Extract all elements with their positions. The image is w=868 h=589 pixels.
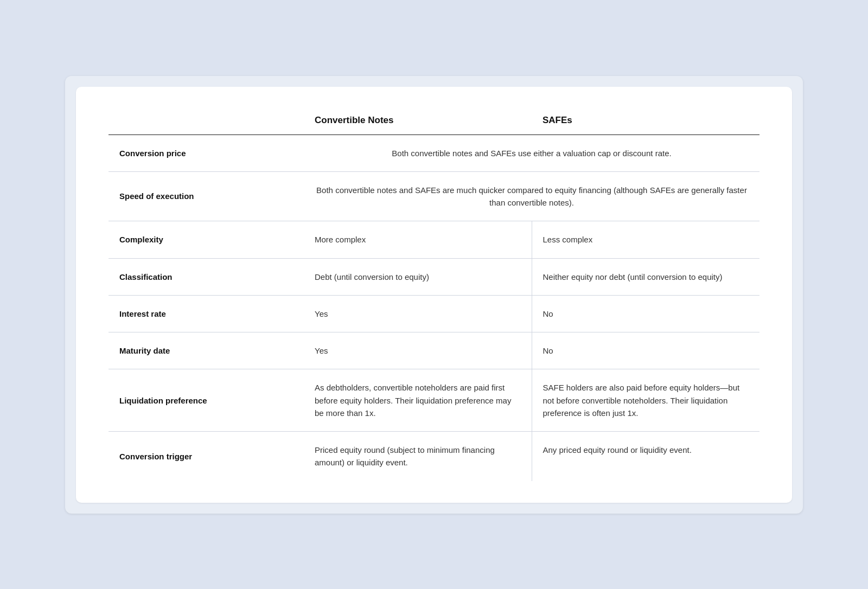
maturity-date-col2: Yes — [304, 332, 532, 369]
complexity-label: Complexity — [108, 221, 304, 258]
table-row-classification: ClassificationDebt (until conversion to … — [108, 258, 760, 295]
complexity-col3: Less complex — [532, 221, 760, 258]
table-row-interest-rate: Interest rateYesNo — [108, 295, 760, 332]
conversion-trigger-col3: Any priced equity round or liquidity eve… — [532, 432, 760, 481]
table-row-maturity-date: Maturity dateYesNo — [108, 332, 760, 369]
maturity-date-label: Maturity date — [108, 332, 304, 369]
conversion-price-content: Both convertible notes and SAFEs use eit… — [304, 135, 760, 171]
table-row-speed-of-execution: Speed of executionBoth convertible notes… — [108, 171, 760, 221]
speed-of-execution-content: Both convertible notes and SAFEs are muc… — [304, 171, 760, 221]
liquidation-preference-label: Liquidation preference — [108, 369, 304, 432]
liquidation-preference-col3: SAFE holders are also paid before equity… — [532, 369, 760, 432]
interest-rate-label: Interest rate — [108, 295, 304, 332]
classification-col2: Debt (until conversion to equity) — [304, 258, 532, 295]
interest-rate-col3: No — [532, 295, 760, 332]
table-header-row: Convertible Notes SAFEs — [108, 108, 760, 135]
col-convertible-notes-header: Convertible Notes — [304, 108, 532, 135]
speed-of-execution-label: Speed of execution — [108, 171, 304, 221]
conversion-trigger-col2: Priced equity round (subject to minimum … — [304, 432, 532, 481]
outer-border: Convertible Notes SAFEs Conversion price… — [65, 76, 803, 514]
liquidation-preference-col2: As debtholders, convertible noteholders … — [304, 369, 532, 432]
classification-label: Classification — [108, 258, 304, 295]
classification-col3: Neither equity nor debt (until conversio… — [532, 258, 760, 295]
table-row-complexity: ComplexityMore complexLess complex — [108, 221, 760, 258]
complexity-col2: More complex — [304, 221, 532, 258]
conversion-price-label: Conversion price — [108, 135, 304, 171]
table-row-conversion-trigger: Conversion triggerPriced equity round (s… — [108, 432, 760, 481]
table-row-conversion-price: Conversion priceBoth convertible notes a… — [108, 135, 760, 171]
col-safes-header: SAFEs — [532, 108, 760, 135]
comparison-table: Convertible Notes SAFEs Conversion price… — [108, 108, 760, 481]
conversion-trigger-label: Conversion trigger — [108, 432, 304, 481]
comparison-card: Convertible Notes SAFEs Conversion price… — [76, 87, 792, 503]
maturity-date-col3: No — [532, 332, 760, 369]
col-label-header — [108, 108, 304, 135]
table-row-liquidation-preference: Liquidation preferenceAs debtholders, co… — [108, 369, 760, 432]
interest-rate-col2: Yes — [304, 295, 532, 332]
